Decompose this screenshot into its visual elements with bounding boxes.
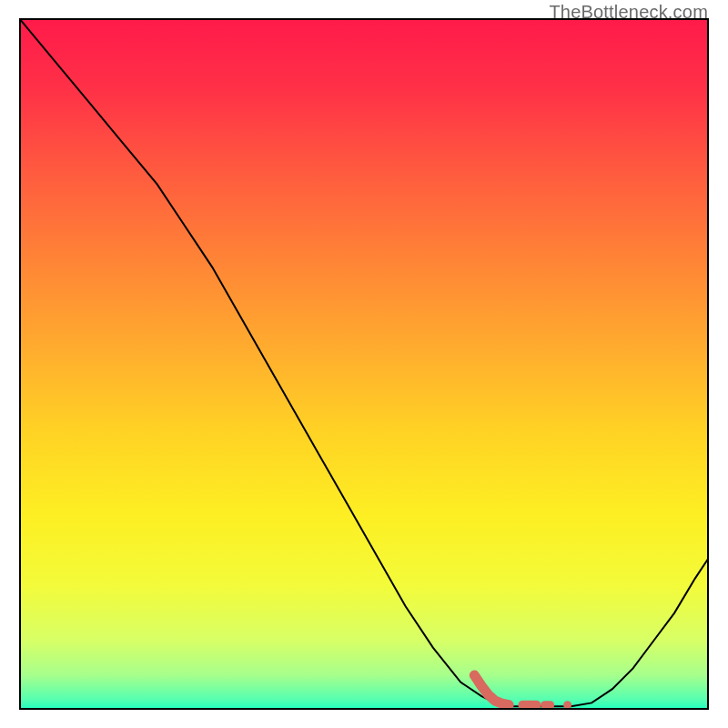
chart-container: TheBottleneck.com [0, 0, 728, 728]
curve-layer [19, 18, 709, 710]
bottleneck-curve [19, 18, 709, 706]
svg-point-1 [563, 701, 571, 709]
plot-area [19, 18, 709, 710]
accent-segment [474, 675, 571, 709]
watermark-text: TheBottleneck.com [549, 2, 708, 23]
